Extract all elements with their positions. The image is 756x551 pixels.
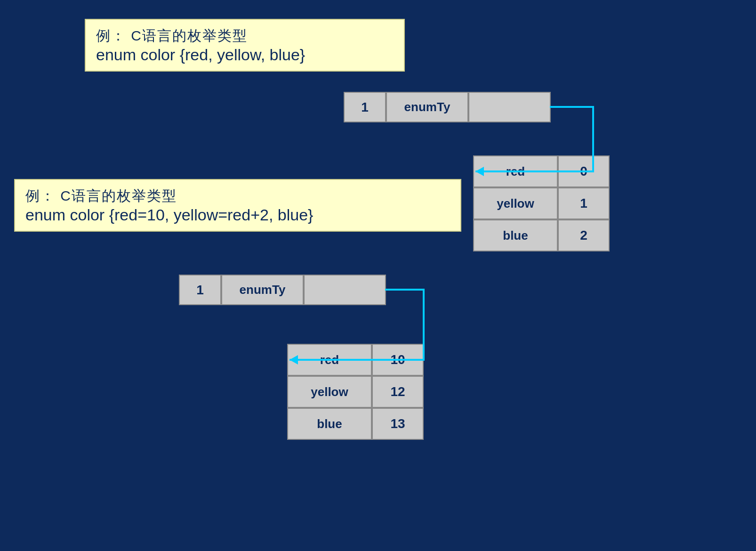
enum1-val-2: 2: [558, 219, 610, 251]
example-box-1: 例： C语言的枚举类型 enum color {red, yellow, blu…: [85, 19, 405, 72]
enum2-name-0: red: [287, 344, 372, 376]
enum-row-2: 1 enumTy: [179, 275, 386, 305]
enum2-name-2: blue: [287, 408, 372, 440]
box1-code: enum color {red, yellow, blue}: [96, 46, 394, 64]
enum1-val-0: 0: [558, 155, 610, 187]
table-row: blue 2: [473, 219, 610, 251]
example-box-2: 例： C语言的枚举类型 enum color {red=10, yellow=r…: [14, 179, 461, 232]
table-row: yellow 12: [287, 376, 424, 408]
enum2-val-2: 13: [372, 408, 424, 440]
enum1-name-2: blue: [473, 219, 558, 251]
enum-table-1: red 0 yellow 1 blue 2: [473, 155, 610, 251]
enum-row1-num: 1: [344, 92, 386, 122]
table-row: red 10: [287, 344, 424, 376]
box2-title: 例： C语言的枚举类型: [25, 186, 450, 206]
enum-row2-ptr: [304, 275, 386, 305]
enum-row-1: 1 enumTy: [344, 92, 551, 122]
enum-row1-type: enumTy: [386, 92, 468, 122]
enum-table-2: red 10 yellow 12 blue 13: [287, 344, 424, 440]
enum2-val-1: 12: [372, 376, 424, 408]
enum2-val-0: 10: [372, 344, 424, 376]
enum2-name-1: yellow: [287, 376, 372, 408]
enum-row2-type: enumTy: [221, 275, 304, 305]
enum1-name-1: yellow: [473, 187, 558, 219]
box2-code: enum color {red=10, yellow=red+2, blue}: [25, 206, 450, 224]
table-row: yellow 1: [473, 187, 610, 219]
enum1-val-1: 1: [558, 187, 610, 219]
box1-title: 例： C语言的枚举类型: [96, 26, 394, 46]
enum-row2-num: 1: [179, 275, 221, 305]
table-row: blue 13: [287, 408, 424, 440]
table-row: red 0: [473, 155, 610, 187]
enum-row1-ptr: [468, 92, 551, 122]
enum1-name-0: red: [473, 155, 558, 187]
